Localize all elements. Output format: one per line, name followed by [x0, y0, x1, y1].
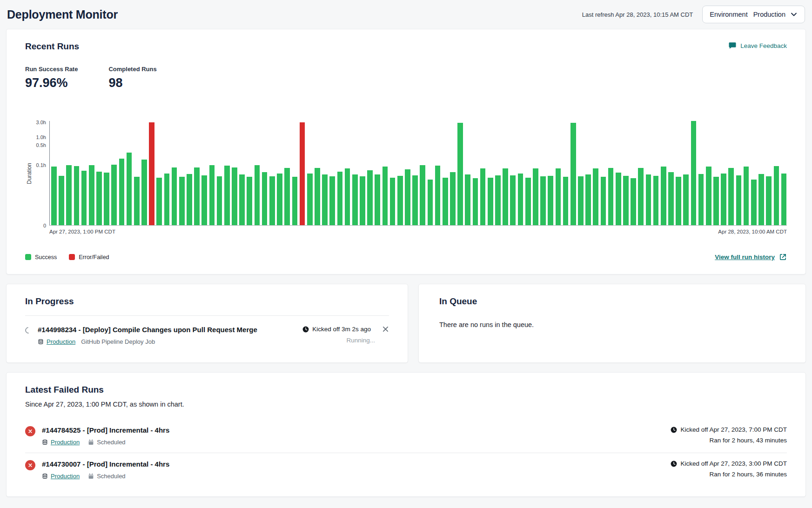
chart-bar-success: [758, 174, 764, 225]
run-title: #144784525 - [Prod] Incremental - 4hrs: [42, 426, 169, 434]
chart-bar-success: [156, 178, 162, 225]
trigger: Scheduled: [88, 439, 125, 446]
dismiss-run-button[interactable]: [382, 326, 389, 333]
chart-bar-success: [375, 174, 380, 225]
chart-bar-success: [59, 176, 64, 225]
legend-item: Success: [25, 254, 57, 261]
chart-bar-success: [428, 180, 433, 225]
latest-failed-runs-card: Latest Failed Runs Since Apr 27, 2023, 1…: [6, 372, 806, 497]
run-meta: Production Scheduled: [42, 439, 169, 446]
chart-bar-success: [239, 174, 245, 225]
environment-value: Production: [753, 11, 785, 18]
in-queue-card: In Queue There are no runs in the queue.: [418, 284, 806, 363]
environment-dropdown[interactable]: Environment Production: [702, 6, 805, 23]
clock-icon: [671, 461, 677, 467]
chart-bar-success: [683, 174, 689, 225]
in-progress-card: In Progress #144998234 - [Deploy] Compil…: [6, 284, 408, 363]
in-progress-title: In Progress: [25, 296, 389, 307]
failed-run-row: #144730007 - [Prod] Incremental - 4hrs P…: [25, 453, 787, 487]
chart-bar-success: [623, 176, 629, 225]
environment-link-label: Production: [51, 439, 80, 446]
job-name: GitHub Pipeline Deploy Job: [81, 338, 155, 345]
environment-link[interactable]: Production: [38, 338, 75, 345]
recent-runs-title: Recent Runs: [25, 41, 79, 52]
database-icon: [42, 439, 48, 445]
chart-bar-success: [578, 176, 584, 225]
chart-bar-success: [503, 168, 508, 225]
chart-bar-success: [315, 168, 320, 225]
error-badge-icon: [25, 426, 35, 436]
chart-bar-success: [74, 166, 80, 225]
kicked-off: Kicked off 3m 2s ago: [302, 326, 371, 333]
chart-bar-success: [81, 171, 87, 225]
chart-bar-success: [744, 167, 749, 225]
stat-label: Run Success Rate: [25, 66, 78, 73]
chart-bar-success: [164, 174, 170, 225]
chart-bar-success: [728, 168, 734, 225]
chart-bar-success: [420, 165, 425, 225]
chart-bar-success: [194, 167, 200, 225]
y-tick-label: 0.1h: [36, 162, 46, 168]
in-queue-title: In Queue: [439, 296, 785, 307]
failed-runs-subtitle: Since Apr 27, 2023, 1:00 PM CDT, as show…: [25, 401, 787, 408]
in-progress-run-row: #144998234 - [Deploy] Compile Changes up…: [25, 326, 389, 345]
kick-line: Kicked off 3m 2s ago: [302, 326, 389, 333]
chart-bar-success: [397, 176, 403, 225]
run-main: #144998234 - [Deploy] Compile Changes up…: [38, 326, 302, 345]
chart-bar-success: [360, 176, 365, 225]
chart-bar-success: [119, 159, 125, 225]
middle-row: In Progress #144998234 - [Deploy] Compil…: [6, 284, 806, 363]
chart-bar-success: [480, 168, 486, 225]
run-title: #144998234 - [Deploy] Compile Changes up…: [38, 326, 302, 334]
legend-swatch: [25, 254, 31, 260]
chart-bar-success: [774, 166, 779, 225]
chart-bar-success: [443, 178, 448, 225]
chart-bar-success: [548, 176, 553, 225]
chart-bar-success: [96, 172, 102, 225]
chart-bar-success: [104, 173, 109, 225]
chart-bar-success: [247, 177, 252, 225]
chart-bar-success: [585, 174, 591, 225]
chart-bar-success: [457, 123, 463, 225]
chart-bar-success: [533, 168, 538, 225]
chart-bar-success: [601, 177, 606, 225]
chart-bar-success: [563, 177, 569, 225]
recent-runs-header: Recent Runs Leave Feedback: [25, 41, 787, 52]
run-right: Kicked off Apr 27, 2023, 3:00 PM CDT Ran…: [671, 460, 787, 478]
duration-bar-chart: Duration 00.1h0.5h1.0h3.0h Apr 27, 2023,…: [25, 121, 787, 234]
view-full-run-history-link[interactable]: View full run history: [715, 253, 787, 261]
external-link-icon: [779, 253, 787, 261]
chart-y-axis: Duration 00.1h0.5h1.0h3.0h: [25, 121, 49, 226]
chart-bar-success: [465, 174, 470, 225]
chart-bar-success: [488, 178, 493, 225]
leave-feedback-link[interactable]: Leave Feedback: [728, 41, 787, 50]
run-title: #144730007 - [Prod] Incremental - 4hrs: [42, 460, 169, 468]
chart-bar-success: [322, 174, 328, 225]
chart-bar-success: [781, 174, 787, 225]
chart-bar-success: [284, 168, 290, 225]
environment-label: Environment: [710, 11, 747, 18]
stat-label: Completed Runs: [108, 66, 156, 73]
chart-bar-success: [510, 175, 516, 225]
recent-runs-card: Recent Runs Leave Feedback Run Success R…: [6, 29, 806, 274]
chart-bar-success: [383, 167, 388, 225]
chart-bars: [51, 121, 787, 225]
chart-bar-success: [525, 178, 531, 225]
chart-bar-success: [255, 165, 260, 225]
chart-bar-success: [179, 177, 185, 225]
environment-link[interactable]: Production: [42, 439, 80, 446]
page-title: Deployment Monitor: [7, 8, 118, 21]
chart-bar-success: [209, 165, 215, 225]
failed-runs-list: #144784525 - [Prod] Incremental - 4hrs P…: [25, 419, 787, 487]
chart-bar-success: [691, 121, 697, 225]
chart-bar-success: [329, 176, 335, 225]
y-tick-label: 1.0h: [36, 134, 46, 140]
chart-bar-success: [307, 174, 313, 225]
chart-bar-success: [111, 165, 117, 225]
chart-bar-success: [367, 170, 373, 225]
chart-bar-success: [89, 165, 94, 225]
topbar-right: Last refresh Apr 28, 2023, 10:15 AM CDT …: [582, 6, 805, 23]
environment-link[interactable]: Production: [42, 473, 80, 480]
trigger: Scheduled: [88, 473, 125, 480]
chart-bar-success: [706, 167, 711, 225]
